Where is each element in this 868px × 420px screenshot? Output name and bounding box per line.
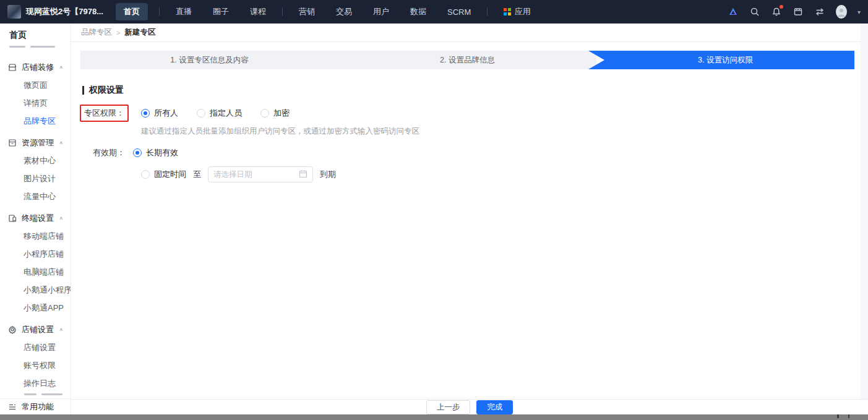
nav-item-home[interactable]: 首页 xyxy=(116,3,148,20)
expire-word: 到期 xyxy=(320,169,336,180)
sidebar-item-oplog[interactable]: 操作日志 xyxy=(0,374,71,392)
chevron-down-icon[interactable]: ▾ xyxy=(857,9,861,15)
nav-item-course[interactable]: 课程 xyxy=(245,3,271,20)
validity-label: 有效期： xyxy=(93,147,125,158)
sidebar-item-common-functions[interactable]: 常用功能 xyxy=(0,398,71,414)
sidebar-group-terminal-head[interactable]: 终端设置 ∧ xyxy=(0,209,71,227)
top-nav: 首页 直播 圈子 课程 营销 交易 用户 数据 SCRM 应用 xyxy=(116,3,536,20)
fixed-time-row: 固定时间 至 请选择日期 到期 xyxy=(141,166,868,182)
nav-item-users[interactable]: 用户 xyxy=(368,3,394,20)
wizard-footer: 上一步 完成 xyxy=(71,399,868,414)
zone-permission-row: 专区权限： 所有人 指定人员 加密 xyxy=(71,105,868,122)
collapse-caret-icon[interactable]: ∧ xyxy=(59,65,63,70)
until-word: 至 xyxy=(193,169,201,180)
sidebar-item-brandzone[interactable]: 品牌专区 xyxy=(0,112,71,130)
validity-label-col: 有效期： xyxy=(71,147,133,158)
sidebar-item-pcshop[interactable]: 电脑端店铺 xyxy=(0,263,71,281)
sidebar-group-label: 店铺装修 xyxy=(22,62,54,73)
previous-step-button[interactable]: 上一步 xyxy=(426,400,471,414)
calendar-icon[interactable] xyxy=(299,169,307,180)
nav-item-data[interactable]: 数据 xyxy=(405,3,431,20)
topbar: 现网蓝悦2号【7978... 首页 直播 圈子 课程 营销 交易 用户 数据 S… xyxy=(0,0,868,24)
step-1: 1. 设置专区信息及内容 xyxy=(80,51,338,69)
validity-options: 长期有效 xyxy=(133,147,178,158)
sidebar-item-shopsettings[interactable]: 店铺设置 xyxy=(0,338,71,356)
sidebar-group-decoration-head[interactable]: 店铺装修 ∧ xyxy=(0,58,71,76)
device-icon xyxy=(8,214,17,223)
notification-badge xyxy=(780,5,783,9)
shop-decoration-icon xyxy=(8,63,17,72)
section-title-permission: 权限设置 xyxy=(82,85,868,96)
radio-unselected-icon[interactable] xyxy=(260,109,269,118)
sidebar-item-minishop[interactable]: 小程序店铺 xyxy=(0,245,71,263)
sidebar-clipped-item xyxy=(0,46,71,54)
radio-option-longterm[interactable]: 长期有效 xyxy=(133,147,178,158)
sidebar-item-traffic[interactable]: 流量中心 xyxy=(0,187,71,205)
resource-box-icon xyxy=(8,139,17,147)
app-logo xyxy=(7,5,21,19)
nav-item-trade[interactable]: 交易 xyxy=(331,3,357,20)
search-icon[interactable] xyxy=(749,6,760,17)
breadcrumb-parent[interactable]: 品牌专区 xyxy=(81,27,112,38)
collapse-caret-icon[interactable]: ∧ xyxy=(59,327,63,332)
topbar-right: ▾ xyxy=(728,6,861,17)
validity-row: 有效期： 长期有效 xyxy=(71,147,868,158)
sidebar-item-material[interactable]: 素材中心 xyxy=(0,152,71,169)
radio-selected-icon[interactable] xyxy=(141,109,150,118)
sidebar-item-accountperm[interactable]: 账号权限 xyxy=(0,356,71,374)
sidebar-group-shop-settings-head[interactable]: 店铺设置 ∧ xyxy=(0,320,71,338)
radio-option-designated[interactable]: 指定人员 xyxy=(197,108,242,119)
sidebar-group-resources-head[interactable]: 资源管理 ∧ xyxy=(0,134,71,152)
main-content: 品牌专区 > 新建专区 1. 设置专区信息及内容 2. 设置品牌信息 3. 设置… xyxy=(71,24,868,414)
zone-permission-label-col: 专区权限： xyxy=(71,105,133,122)
triangle-logo-icon[interactable] xyxy=(728,6,739,17)
breadcrumb: 品牌专区 > 新建专区 xyxy=(71,24,868,42)
radio-option-fixedtime[interactable]: 固定时间 xyxy=(141,169,186,180)
collapse-caret-icon[interactable]: ∧ xyxy=(59,140,63,145)
radio-unselected-icon[interactable] xyxy=(141,170,150,179)
nav-item-marketing[interactable]: 营销 xyxy=(294,3,320,20)
sidebar-item-home[interactable]: 首页 xyxy=(0,24,71,46)
nav-divider xyxy=(159,7,160,16)
list-icon xyxy=(8,403,17,411)
sidebar-group-shop-settings: 店铺设置 ∧ 店铺设置 账号权限 操作日志 xyxy=(0,320,71,392)
date-picker-input[interactable]: 请选择日期 xyxy=(208,166,313,182)
store-icon[interactable] xyxy=(793,6,804,17)
sidebar-group-label: 资源管理 xyxy=(22,137,54,148)
sidebar-item-detailpage[interactable]: 详情页 xyxy=(0,94,71,112)
radio-option-encrypted[interactable]: 加密 xyxy=(260,108,290,119)
wizard-stepper: 1. 设置专区信息及内容 2. 设置品牌信息 3. 设置访问权限 xyxy=(80,51,854,69)
nav-item-live[interactable]: 直播 xyxy=(171,3,197,20)
radio-label: 固定时间 xyxy=(154,169,186,180)
sidebar-group-label: 终端设置 xyxy=(22,213,54,224)
sidebar-item-xiaoe-miniprogram[interactable]: 小鹅通小程序 xyxy=(0,281,71,299)
radio-selected-icon[interactable] xyxy=(133,148,142,157)
radio-label: 长期有效 xyxy=(146,147,178,158)
sidebar-item-xiaoe-app[interactable]: 小鹅通APP xyxy=(0,299,71,317)
nav-item-apps[interactable]: 应用 xyxy=(499,3,536,20)
sidebar: 首页 店铺装修 ∧ 微页面 详情页 品牌专区 资源管理 ∧ 素材中心 xyxy=(0,24,71,414)
nav-item-scrm[interactable]: SCRM xyxy=(442,4,476,20)
sidebar-item-micropage[interactable]: 微页面 xyxy=(0,76,71,94)
date-placeholder: 请选择日期 xyxy=(213,169,299,180)
user-avatar[interactable] xyxy=(836,6,847,17)
sidebar-footer-label: 常用功能 xyxy=(22,401,54,413)
sidebar-item-mobileshop[interactable]: 移动端店铺 xyxy=(0,227,71,245)
app-title: 现网蓝悦2号【7978... xyxy=(26,6,103,17)
zone-permission-options: 所有人 指定人员 加密 xyxy=(141,108,290,119)
radio-option-everyone[interactable]: 所有人 xyxy=(141,108,178,119)
apps-grid-icon xyxy=(504,8,511,15)
annotation-red-box: 专区权限： xyxy=(80,105,129,122)
nav-item-circle[interactable]: 圈子 xyxy=(208,3,234,20)
switch-arrows-icon[interactable] xyxy=(814,6,825,17)
zone-permission-label: 专区权限： xyxy=(84,108,124,118)
finish-button[interactable]: 完成 xyxy=(476,400,513,414)
sidebar-group-resources: 资源管理 ∧ 素材中心 图片设计 流量中心 xyxy=(0,134,71,205)
app-window: 现网蓝悦2号【7978... 首页 直播 圈子 课程 营销 交易 用户 数据 S… xyxy=(0,0,868,420)
radio-unselected-icon[interactable] xyxy=(197,109,205,118)
sidebar-item-imagedesign[interactable]: 图片设计 xyxy=(0,169,71,187)
step-3-active: 3. 设置访问权限 xyxy=(588,51,854,69)
notification-bell-icon[interactable] xyxy=(771,6,782,17)
collapse-caret-icon[interactable]: ∧ xyxy=(59,216,63,221)
nav-divider xyxy=(282,7,283,16)
